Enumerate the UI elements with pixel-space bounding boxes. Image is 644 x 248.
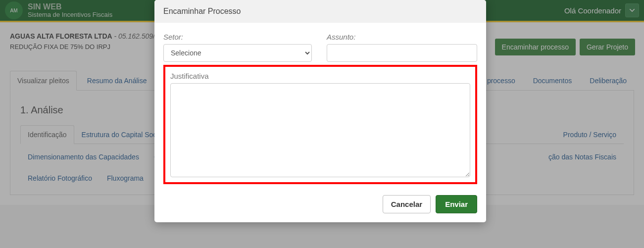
- justificativa-highlight: Justificativa: [163, 65, 477, 184]
- setor-label: Setor:: [163, 33, 312, 41]
- cancel-button[interactable]: Cancelar: [383, 195, 431, 213]
- setor-select[interactable]: Selecione: [163, 44, 312, 62]
- justificativa-label: Justificativa: [170, 72, 470, 80]
- assunto-input[interactable]: [327, 44, 477, 62]
- assunto-label: Assunto:: [327, 33, 477, 41]
- forward-process-modal: Encaminhar Processo Setor: Selecione Ass…: [154, 0, 486, 222]
- send-button[interactable]: Enviar: [436, 195, 477, 213]
- modal-title: Encaminhar Processo: [154, 0, 486, 23]
- justificativa-textarea[interactable]: [170, 83, 470, 177]
